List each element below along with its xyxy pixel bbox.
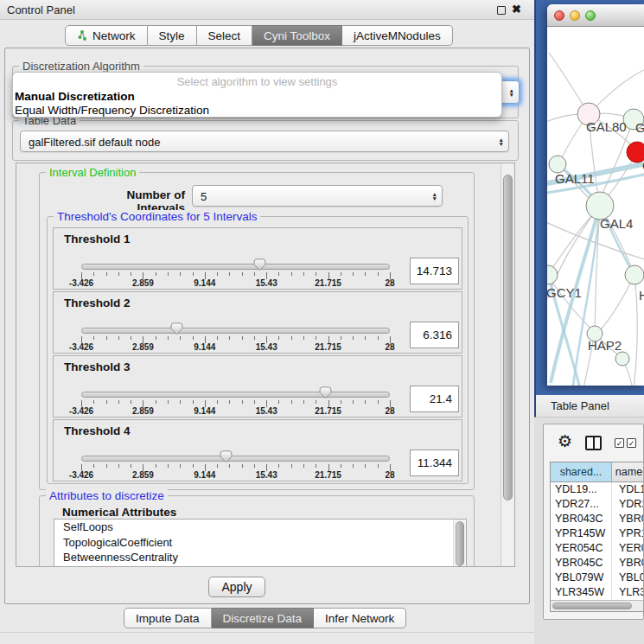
thresholds-group: Threshold's Coordinates for 5 Intervals … bbox=[47, 216, 469, 484]
slider-scale-label: 2.859 bbox=[132, 406, 154, 416]
slider-thumb[interactable] bbox=[169, 322, 184, 335]
threshold-value-input[interactable]: 6.316 bbox=[410, 322, 459, 348]
table-row[interactable]: YBR043CYBR0 bbox=[551, 512, 644, 526]
network-node[interactable] bbox=[615, 352, 629, 366]
slider-thumb[interactable] bbox=[252, 258, 267, 271]
float-window-icon[interactable] bbox=[497, 6, 506, 15]
split-columns-icon[interactable] bbox=[585, 436, 602, 450]
panel-title: Control Panel bbox=[7, 3, 75, 16]
tab-select[interactable]: Select bbox=[197, 25, 253, 46]
tab-cyni-toolbox[interactable]: Cyni Toolbox bbox=[252, 25, 342, 46]
cell-shared-name: YBL079W bbox=[551, 571, 612, 585]
column-header-name[interactable]: name bbox=[612, 462, 644, 481]
tab-network[interactable]: Network bbox=[65, 25, 148, 46]
network-node-c[interactable] bbox=[627, 142, 644, 163]
column-header-shared-[interactable]: shared... bbox=[551, 462, 612, 481]
list-scrollbar-thumb[interactable] bbox=[456, 521, 464, 566]
attribute-item-betweennesscentrality[interactable]: BetweennessCentrality bbox=[54, 550, 466, 565]
node-label: GAL4 bbox=[600, 216, 633, 231]
network-node-gcy1[interactable] bbox=[547, 265, 558, 284]
horizontal-scrollbar[interactable] bbox=[551, 600, 644, 611]
table-row[interactable]: YER054CYER0 bbox=[551, 541, 644, 556]
table-data-combo[interactable]: galFiltered.sif default node ▲▼ bbox=[20, 131, 509, 152]
threshold-value-input[interactable]: 11.344 bbox=[410, 450, 459, 476]
num-intervals-combo[interactable]: 5 ▲▼ bbox=[192, 185, 443, 207]
table-row[interactable]: YBR045CYBR0 bbox=[551, 556, 644, 571]
dropdown-option-equal-width-frequency-discretization[interactable]: Equal Width/Frequency Discretization bbox=[15, 104, 209, 117]
slider-scale-label: 9.144 bbox=[194, 470, 215, 480]
slider-scale-label: 21.715 bbox=[315, 406, 341, 416]
checkbox-icon[interactable]: ✓ bbox=[627, 438, 636, 448]
slider-scale-label: 9.144 bbox=[194, 278, 215, 288]
network-canvas[interactable]: GAL80GACGAL11GAL4GCY1HHAP2 bbox=[547, 27, 644, 386]
close-icon[interactable]: ✖ bbox=[512, 3, 521, 16]
tab-discretize-data[interactable]: Discretize Data bbox=[212, 608, 315, 628]
tab-label: Select bbox=[208, 26, 241, 46]
node-label: GAL80 bbox=[586, 119, 627, 134]
tab-label: jActiveMNodules bbox=[354, 26, 441, 46]
threshold-label: Threshold 4 bbox=[64, 424, 131, 437]
numerical-attributes-list[interactable]: SelfLoopsTopologicalCoefficientBetweenne… bbox=[54, 519, 467, 567]
dropdown-option-manual-discretization[interactable]: Manual Discretization bbox=[15, 90, 135, 103]
node-table: shared...name YDL19...YDL1YDR27...YDR2YB… bbox=[550, 462, 644, 612]
cell-shared-name: YPR145W bbox=[551, 526, 612, 541]
table-row[interactable]: YDL19...YDL1 bbox=[551, 482, 644, 497]
tab-label: Network bbox=[92, 26, 136, 46]
checkbox-icon[interactable]: ✓ bbox=[615, 438, 624, 448]
horizontal-scrollbar-thumb[interactable] bbox=[552, 603, 632, 609]
zoom-traffic-light-icon[interactable] bbox=[585, 10, 596, 21]
attribute-item-selfloops[interactable]: SelfLoops bbox=[54, 520, 466, 535]
bottom-tab-bar: Impute DataDiscretize DataInfer Network bbox=[124, 608, 406, 628]
slider-thumb[interactable] bbox=[318, 386, 333, 399]
tab-impute-data[interactable]: Impute Data bbox=[124, 608, 212, 628]
slider-thumb[interactable] bbox=[219, 450, 233, 463]
slider-track[interactable] bbox=[81, 328, 390, 334]
close-traffic-light-icon[interactable] bbox=[554, 10, 564, 21]
table-panel: ⚙ ✓ ✓ shared...name YDL19...YDL1YDR27...… bbox=[534, 418, 644, 644]
minimize-traffic-light-icon[interactable] bbox=[570, 10, 580, 21]
slider-ticks bbox=[81, 400, 391, 407]
network-edge bbox=[634, 275, 637, 386]
tab-label: Infer Network bbox=[325, 609, 394, 628]
attribute-item-topologicalcoefficient[interactable]: TopologicalCoefficient bbox=[54, 535, 466, 551]
node-label: GCY1 bbox=[547, 285, 582, 300]
slider-scale-label: -3.426 bbox=[69, 278, 93, 288]
slider-scale-label: 28 bbox=[385, 470, 394, 480]
cell-name: YLR3 bbox=[612, 585, 644, 600]
node-label: HAP2 bbox=[588, 338, 622, 353]
numerical-attributes-label: Numerical Attributes bbox=[62, 506, 176, 519]
dropdown-prompt-option[interactable]: Select algorithm to view settings bbox=[13, 75, 501, 88]
tab-style[interactable]: Style bbox=[148, 25, 197, 46]
slider-scale-label: 28 bbox=[385, 406, 394, 416]
network-icon bbox=[77, 29, 88, 41]
table-row[interactable]: YPR145WYPR1 bbox=[551, 526, 644, 541]
threshold-value-input[interactable]: 14.713 bbox=[410, 258, 459, 284]
table-row[interactable]: YDR27...YDR2 bbox=[551, 497, 644, 512]
settings-gear-icon[interactable]: ⚙ bbox=[558, 433, 572, 450]
combo-arrows-icon: ▲▼ bbox=[499, 137, 504, 146]
tab-infer-network[interactable]: Infer Network bbox=[314, 608, 406, 628]
slider-track[interactable] bbox=[81, 264, 390, 270]
cell-name: YPR1 bbox=[612, 526, 644, 541]
network-node-gal11[interactable] bbox=[549, 156, 566, 173]
settings-scrollbar-thumb[interactable] bbox=[503, 175, 513, 501]
settings-vertical-scrollbar[interactable] bbox=[501, 163, 514, 566]
attribute-items: SelfLoopsTopologicalCoefficientBetweenne… bbox=[54, 520, 466, 565]
threshold-panel: Threshold 3-3.4262.8599.14415.4321.71528… bbox=[53, 355, 462, 418]
threshold-panel: Threshold 4-3.4262.8599.14415.4321.71528… bbox=[53, 419, 462, 481]
table-row[interactable]: YBL079WYBL0 bbox=[551, 571, 644, 585]
slider-scale-label: 15.43 bbox=[256, 406, 277, 416]
tab-jactivemnodules[interactable]: jActiveMNodules bbox=[342, 25, 453, 46]
table-row[interactable]: YLR345WYLR3 bbox=[551, 585, 644, 600]
threshold-value-input[interactable]: 21.4 bbox=[410, 386, 459, 412]
table-browser-panel: ⚙ ✓ ✓ shared...name YDL19...YDL1YDR27...… bbox=[543, 424, 644, 620]
apply-button[interactable]: Apply bbox=[208, 577, 265, 597]
cell-name: YDR2 bbox=[612, 497, 644, 512]
table-data-group: Table Data galFiltered.sif default node … bbox=[12, 120, 519, 161]
slider-track[interactable] bbox=[81, 392, 390, 398]
list-scrollbar[interactable] bbox=[453, 520, 466, 567]
slider-scale-label: 9.144 bbox=[194, 406, 215, 416]
network-node-h[interactable] bbox=[625, 265, 644, 284]
node-label: H bbox=[639, 288, 644, 303]
slider-track[interactable] bbox=[81, 456, 390, 462]
